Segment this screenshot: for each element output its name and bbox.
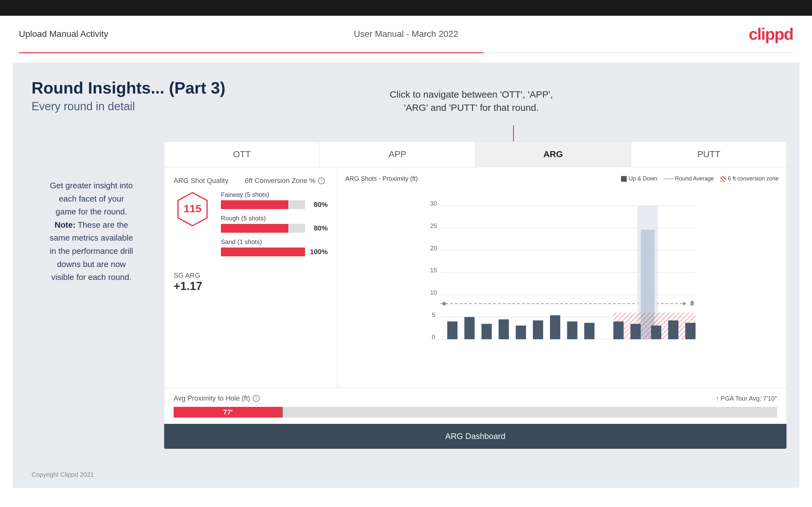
copyright: Copyright Clippd 2021: [32, 471, 94, 478]
hexagon-area: 115 Fairway (5 shots) 80%: [173, 191, 328, 262]
insight-note: Note:: [54, 220, 75, 230]
bar-pct-fairway: 80%: [309, 201, 328, 209]
bar-track-fairway: [221, 200, 305, 209]
bar-label-fairway: Fairway (5 shots): [221, 191, 328, 199]
section-header: ARG Shot Quality 6ft Conversion Zone % ?: [173, 177, 328, 185]
sg-value: +1.17: [173, 280, 328, 293]
proximity-tour-avg: ↑ PGA Tour Avg: 7'10": [716, 395, 777, 402]
tab-putt[interactable]: PUTT: [631, 142, 786, 167]
svg-rect-28: [613, 322, 624, 339]
bar-fill-rough: [221, 224, 288, 233]
arg-dashboard-button[interactable]: ARG Dashboard: [164, 424, 786, 449]
bar-fill-fairway: [221, 200, 288, 209]
bar-label-sand: Sand (1 shots): [221, 238, 328, 246]
logo: clippd: [749, 24, 793, 44]
proximity-section: Avg Proximity to Hole (ft) ? ↑ PGA Tour …: [164, 388, 786, 424]
svg-rect-17: [464, 317, 475, 339]
proximity-header: Avg Proximity to Hole (ft) ? ↑ PGA Tour …: [173, 394, 777, 402]
svg-rect-23: [567, 322, 577, 339]
svg-text:8: 8: [691, 300, 694, 307]
top-bar: [0, 0, 812, 16]
bar-label-rough: Rough (5 shots): [221, 215, 328, 222]
legend-dashed-icon: [664, 178, 673, 179]
legend-conversion-zone: 6 ft conversion zone: [720, 175, 778, 182]
tab-ott[interactable]: OTT: [164, 142, 320, 167]
tab-arg[interactable]: ARG: [475, 142, 631, 167]
svg-rect-22: [550, 315, 560, 339]
proximity-bar-value: 77': [223, 408, 233, 416]
chart-area: 0 5 10 15 20 25 30: [345, 189, 778, 346]
dashboard-panel: OTT APP ARG PUTT ARG Shot Quality 6ft Co…: [164, 142, 787, 449]
svg-rect-24: [584, 323, 595, 339]
header-left-title: Upload Manual Activity: [19, 29, 108, 39]
y-label-10: 10: [430, 289, 437, 296]
y-label-30: 30: [430, 200, 437, 207]
bar-pct-rough: 80%: [309, 224, 328, 232]
y-label-0: 0: [432, 334, 435, 340]
sg-section: SG ARG +1.17: [173, 272, 328, 293]
annotation-line2: 'ARG' and 'PUTT' for that round.: [404, 102, 539, 113]
header-center-title: User Manual - March 2022: [354, 29, 458, 39]
main-content: Round Insights... (Part 3) Every round i…: [13, 63, 799, 488]
bar-track-rough: [221, 224, 305, 233]
chart-header: ARG Shots - Proximity (ft) Up & Down Rou…: [345, 175, 778, 182]
legend-conversion-zone-label: 6 ft conversion zone: [728, 175, 778, 182]
bar-fill-sand: [221, 247, 305, 256]
proximity-title: Avg Proximity to Hole (ft) ?: [173, 394, 260, 402]
chart-legend: Up & Down Round Average 6 ft conversion …: [621, 175, 778, 182]
bar-pct-sand: 100%: [309, 248, 328, 256]
annotation-line1: Click to navigate between 'OTT', 'APP',: [390, 89, 553, 100]
proximity-help-icon[interactable]: ?: [253, 395, 260, 402]
help-icon[interactable]: ?: [318, 177, 325, 184]
svg-rect-32: [685, 323, 696, 339]
svg-rect-18: [481, 324, 492, 339]
legend-square-icon: [621, 176, 627, 182]
annotation-text: Click to navigate between 'OTT', 'APP', …: [390, 88, 553, 114]
svg-rect-16: [447, 322, 458, 339]
chart-svg: 0 5 10 15 20 25 30: [345, 189, 778, 346]
bars-section: Fairway (5 shots) 80% Rough (5 shots): [221, 191, 328, 262]
panel-content: ARG Shot Quality 6ft Conversion Zone % ?…: [164, 167, 786, 388]
bar-row-rough: Rough (5 shots) 80%: [221, 215, 328, 233]
svg-rect-30: [651, 326, 661, 339]
insight-text1: Get greater insight intoeach facet of yo…: [50, 181, 133, 216]
insight-box: Get greater insight intoeach facet of yo…: [32, 179, 151, 284]
bar-container-sand: 100%: [221, 247, 328, 256]
svg-rect-29: [630, 324, 641, 339]
left-panel: ARG Shot Quality 6ft Conversion Zone % ?…: [164, 167, 338, 388]
sg-label: SG ARG: [173, 272, 328, 280]
conversion-zone-label: 6ft Conversion Zone %: [245, 177, 315, 185]
hexagon-score: 115: [184, 203, 202, 215]
bar-row-sand: Sand (1 shots) 100%: [221, 238, 328, 256]
right-panel: ARG Shots - Proximity (ft) Up & Down Rou…: [338, 167, 786, 388]
svg-marker-13: [683, 302, 686, 306]
y-label-5: 5: [432, 312, 435, 318]
header-divider: [19, 52, 793, 53]
svg-rect-21: [533, 320, 543, 339]
y-label-25: 25: [430, 222, 437, 229]
proximity-cursor: [282, 407, 283, 417]
legend-hatched-icon: [720, 176, 726, 182]
chart-title: ARG Shots - Proximity (ft): [345, 175, 418, 182]
svg-marker-12: [442, 302, 447, 306]
arg-shot-quality-label: ARG Shot Quality: [173, 177, 229, 185]
header: Upload Manual Activity User Manual - Mar…: [0, 16, 812, 52]
tab-bar: OTT APP ARG PUTT: [164, 142, 786, 167]
svg-rect-20: [516, 326, 526, 339]
score-hexagon: 115: [173, 191, 211, 226]
legend-round-avg: Round Average: [664, 175, 714, 182]
proximity-bar-container: 77': [173, 407, 777, 417]
bar-track-sand: [221, 247, 305, 256]
svg-rect-31: [668, 320, 678, 339]
bar-container-rough: 80%: [221, 224, 328, 233]
legend-up-down-label: Up & Down: [628, 175, 657, 182]
tab-app[interactable]: APP: [320, 142, 475, 167]
legend-round-avg-label: Round Average: [675, 175, 714, 182]
y-label-15: 15: [430, 267, 437, 274]
svg-rect-19: [499, 319, 509, 339]
proximity-bar-fill: 77': [173, 407, 282, 417]
legend-up-down: Up & Down: [621, 175, 657, 182]
bar-container-fairway: 80%: [221, 200, 328, 209]
proximity-bar-track: 77': [173, 407, 777, 417]
bar-row-fairway: Fairway (5 shots) 80%: [221, 191, 328, 209]
